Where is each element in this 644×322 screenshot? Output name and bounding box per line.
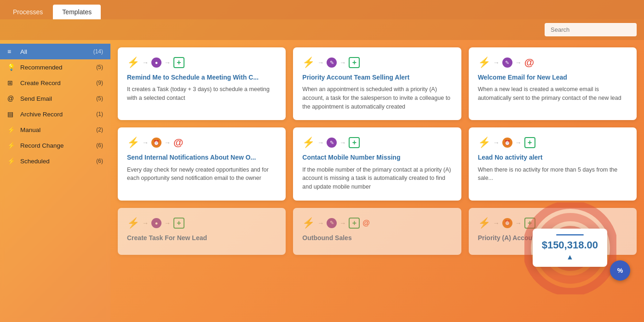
card-priority-account[interactable]: ⚡ → ✎ → + Priority Account Team Selling …	[293, 47, 461, 120]
card-desc: When a new lead is created a welcome ema…	[478, 85, 627, 103]
card-icons: ⚡ → ✎ → + @	[302, 217, 452, 229]
archive-icon: ▤	[7, 110, 17, 118]
arrow-icon-2: →	[515, 139, 522, 146]
card-title: Outbound Sales	[302, 234, 452, 242]
card-title: Contact Mobile Number Missing	[302, 153, 452, 161]
action-box-icon: +	[524, 137, 535, 148]
arrow-icon-2: →	[515, 219, 522, 227]
card-welcome-email[interactable]: ⚡ → ✎ → @ Welcome Email for New Lead Whe…	[469, 47, 637, 120]
sidebar-item-manual[interactable]: ⚡ Manual (2)	[0, 122, 110, 138]
trigger-pen-icon: ✎	[502, 58, 512, 68]
sidebar-item-archive-record[interactable]: ▤ Archive Record (1)	[0, 106, 110, 122]
arrow-icon: →	[142, 139, 149, 146]
tooltip-overlay: $150,318.00 ▲	[533, 229, 607, 267]
sidebar: ≡ All (14) 💡 Recommended (5) ⊞ Create Re…	[0, 40, 110, 322]
arrow-icon: →	[142, 219, 149, 227]
tab-processes[interactable]: Processes	[4, 5, 52, 19]
card-icons: ⚡ → ⏰ → @	[127, 137, 276, 149]
percent-badge: %	[610, 260, 630, 281]
card-remind-meeting[interactable]: ⚡ → ● → + Remind Me to Schedule a Meetin…	[118, 47, 286, 120]
record-change-icon: ⚡	[7, 142, 17, 149]
tooltip-amount: $150,318.00	[542, 239, 598, 251]
trigger-clock-icon: ⏰	[502, 218, 512, 228]
sidebar-item-record-change[interactable]: ⚡ Record Change (6)	[0, 138, 110, 153]
card-desc: If the mobile number of the primary cont…	[302, 166, 452, 191]
tab-bar: Processes Templates	[0, 0, 644, 19]
card-desc: When there is no activity for more than …	[478, 166, 627, 183]
trigger-pen-icon: ✎	[327, 218, 337, 228]
bolt-icon: ⚡	[127, 57, 139, 69]
arrow-icon-2: →	[164, 139, 171, 146]
tooltip-line	[556, 234, 584, 236]
arrow-icon-2: →	[339, 219, 346, 227]
card-outbound-sales[interactable]: ⚡ → ✎ → + @ Outbound Sales	[293, 208, 461, 255]
card-title: Welcome Email for New Lead	[478, 73, 627, 81]
action-at-icon: @	[362, 219, 370, 227]
card-send-internal[interactable]: ⚡ → ⏰ → @ Send Internal Notifications Ab…	[118, 127, 286, 200]
sidebar-item-all[interactable]: ≡ All (14)	[0, 44, 110, 59]
card-icons: ⚡ → ⏰ → +	[478, 137, 627, 149]
trigger-pen-icon: ✎	[327, 58, 337, 68]
search-bar	[0, 19, 644, 40]
bolt-icon: ⚡	[302, 57, 315, 69]
sidebar-item-create-record[interactable]: ⊞ Create Record (9)	[0, 75, 110, 91]
arrow-icon: →	[493, 139, 500, 146]
trigger-clock-icon: ⏰	[502, 138, 512, 148]
sidebar-item-send-email[interactable]: @ Send Email (5)	[0, 91, 110, 106]
search-input[interactable]	[545, 23, 637, 36]
arrow-icon: →	[142, 59, 149, 66]
card-desc: Every day check for newly created opport…	[127, 166, 276, 183]
tooltip-arrow: ▲	[542, 253, 598, 261]
action-box-icon: +	[173, 218, 184, 229]
arrow-icon-2: →	[164, 59, 171, 66]
card-icons: ⚡ → ● → +	[127, 217, 276, 229]
card-desc: It creates a Task (today + 3 days) to sc…	[127, 85, 276, 103]
arrow-icon: →	[493, 59, 500, 66]
arrow-icon: →	[317, 139, 324, 146]
card-title: Create Task For New Lead	[127, 234, 276, 242]
card-title: Priority Account Team Selling Alert	[302, 73, 452, 81]
arrow-icon-2: →	[339, 59, 346, 66]
card-icons: ⚡ → ✎ → +	[302, 57, 452, 69]
bolt-icon: ⚡	[478, 217, 490, 229]
trigger-circle-icon: ●	[151, 218, 161, 228]
send-email-icon: @	[7, 95, 17, 102]
card-icons: ⚡ → ● → +	[127, 57, 276, 69]
tab-templates[interactable]: Templates	[53, 5, 101, 19]
card-desc: When an appointment is scheduled with a …	[302, 85, 452, 111]
action-box-icon: +	[173, 57, 184, 68]
bolt-icon: ⚡	[478, 137, 490, 149]
sidebar-item-recommended[interactable]: 💡 Recommended (5)	[0, 59, 110, 75]
card-icons: ⚡ → ✎ → @	[478, 57, 627, 69]
arrow-icon-2: →	[515, 59, 522, 66]
trigger-pen-icon: ✎	[327, 138, 337, 148]
card-title: Send Internal Notifications About New O.…	[127, 153, 276, 161]
bolt-icon: ⚡	[302, 217, 315, 229]
card-title: Remind Me to Schedule a Meeting With C..…	[127, 73, 276, 81]
card-contact-mobile[interactable]: ⚡ → ✎ → + Contact Mobile Number Missing …	[293, 127, 461, 200]
action-box-icon: +	[349, 137, 360, 148]
bolt-icon: ⚡	[127, 137, 139, 149]
trigger-circle-icon: ●	[151, 58, 161, 68]
card-create-task-new-lead[interactable]: ⚡ → ● → + Create Task For New Lead	[118, 208, 286, 255]
bulb-icon: 💡	[7, 63, 17, 71]
action-box-icon: +	[349, 57, 360, 68]
arrow-icon: →	[493, 219, 500, 227]
bolt-icon: ⚡	[127, 217, 139, 229]
bolt-icon: ⚡	[302, 137, 315, 149]
action-box-icon: +	[349, 218, 360, 229]
arrow-icon-2: →	[339, 139, 346, 146]
arrow-icon: →	[317, 219, 324, 227]
all-icon: ≡	[7, 48, 17, 55]
sidebar-item-scheduled[interactable]: ⚡ Scheduled (6)	[0, 153, 110, 169]
arrow-icon-2: →	[164, 219, 171, 227]
card-lead-no-activity[interactable]: ⚡ → ⏰ → + Lead No activity alert When th…	[469, 127, 637, 200]
trigger-clock-icon: ⏰	[151, 138, 161, 148]
action-at-icon: @	[524, 57, 534, 69]
card-title: Lead No activity alert	[478, 153, 627, 161]
bolt-icon: ⚡	[478, 57, 490, 69]
card-icons: ⚡ → ✎ → +	[302, 137, 452, 149]
arrow-icon: →	[317, 59, 324, 66]
create-record-icon: ⊞	[7, 79, 17, 86]
action-at-icon: @	[173, 137, 183, 149]
